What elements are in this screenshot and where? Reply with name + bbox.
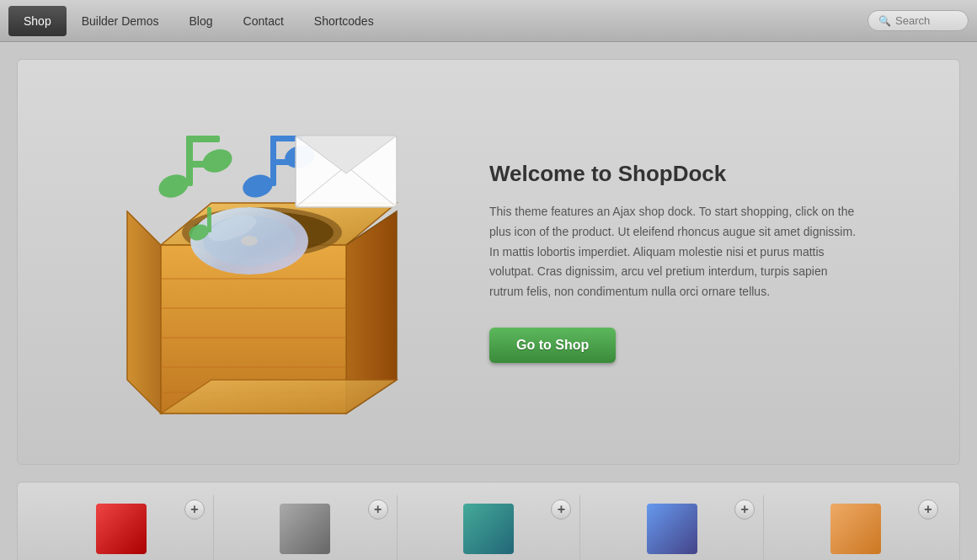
add-to-cart-button-2[interactable]: + [368,499,388,520]
product-image-2 [280,504,330,554]
nav-links: Shop Builder Demos Blog Contact Shortcod… [8,6,389,36]
navigation: Shop Builder Demos Blog Contact Shortcod… [0,0,977,42]
product-image-1 [96,504,147,554]
product-thumb-2: + [214,495,398,560]
add-to-cart-button-3[interactable]: + [551,499,571,520]
nav-item-blog[interactable]: Blog [174,6,228,36]
search-input[interactable] [895,14,958,27]
hero-banner: Welcome to ShopDock This theme features … [17,59,960,465]
svg-rect-20 [190,161,224,168]
svg-rect-31 [207,207,211,232]
shopdock-illustration [93,85,414,439]
svg-point-16 [156,171,192,202]
add-to-cart-button-5[interactable]: + [918,499,938,520]
hero-image [51,85,456,439]
product-image-5 [830,504,881,554]
go-to-shop-button[interactable]: Go to Shop [489,328,616,363]
hero-description: This theme features an Ajax shop dock. T… [489,202,860,302]
svg-rect-17 [186,136,193,186]
product-image-3 [463,504,514,554]
nav-item-builder-demos[interactable]: Builder Demos [67,6,174,36]
products-row: + + + + + [17,482,960,560]
svg-point-14 [241,236,258,246]
search-icon: 🔍 [878,15,891,27]
product-thumb-4: + [580,495,764,560]
add-to-cart-button-4[interactable]: + [734,499,755,520]
svg-rect-18 [186,136,220,142]
nav-item-contact[interactable]: Contact [228,6,299,36]
product-thumb-3: + [398,495,581,560]
product-thumb-5: + [764,495,947,560]
product-thumb-1: + [30,495,214,560]
hero-title: Welcome to ShopDock [489,161,926,187]
hero-content: Welcome to ShopDock This theme features … [456,161,926,363]
product-image-4 [647,504,697,554]
main-content: Welcome to ShopDock This theme features … [0,42,977,560]
search-box[interactable]: 🔍 [868,10,969,31]
nav-item-shop[interactable]: Shop [8,6,67,36]
nav-item-shortcodes[interactable]: Shortcodes [299,6,389,36]
add-to-cart-button-1[interactable]: + [184,499,205,520]
svg-point-21 [240,172,275,200]
svg-marker-1 [127,211,161,413]
